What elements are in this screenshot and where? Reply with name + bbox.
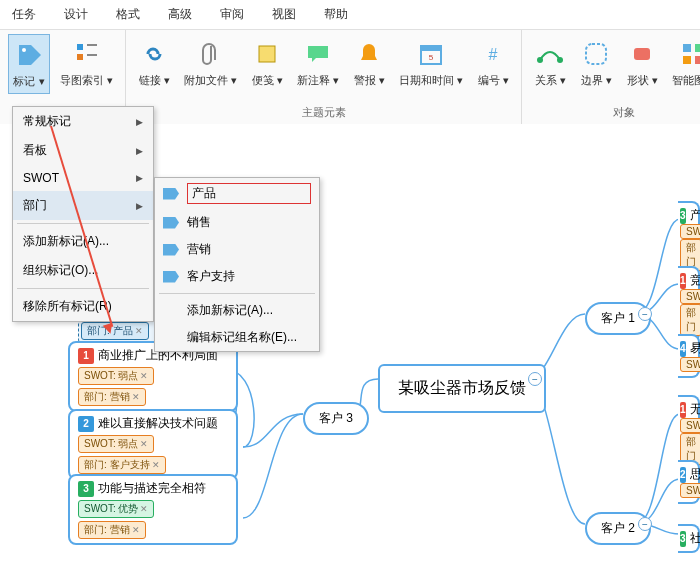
bell-icon (353, 38, 385, 70)
svg-rect-5 (259, 46, 275, 62)
shape-icon (626, 38, 658, 70)
ribbon-group-label: 对象 (530, 103, 700, 122)
dropdown-item[interactable]: 部门▶ (13, 191, 153, 220)
dropdown-remove-all[interactable]: 移除所有标记(R) (13, 292, 153, 321)
submenu-item[interactable]: 产品 (155, 178, 319, 209)
chevron-right-icon: ▶ (136, 146, 143, 156)
tag-icon (13, 39, 45, 71)
svg-rect-7 (421, 46, 441, 51)
dept-submenu: 产品销售营销客户支持添加新标记(A)...编辑标记组名称(E)... (154, 177, 320, 352)
comment-icon (302, 38, 334, 70)
node-3[interactable]: 3功能与描述完全相符 SWOT: 优势✕ 部门: 营销✕ (68, 474, 238, 545)
menu-视图[interactable]: 视图 (272, 6, 296, 23)
svg-rect-3 (77, 54, 83, 60)
menu-高级[interactable]: 高级 (168, 6, 192, 23)
svg-rect-17 (695, 56, 700, 64)
svg-rect-15 (695, 44, 700, 52)
ribbon-comment-button[interactable]: 新注释 ▾ (293, 34, 343, 92)
svg-rect-1 (77, 44, 83, 50)
partial-node[interactable]: 2思SWOT (678, 460, 700, 504)
main-topic[interactable]: 某吸尘器市场反馈 (378, 364, 546, 413)
menu-任务[interactable]: 任务 (12, 6, 36, 23)
svg-point-11 (557, 57, 563, 63)
svg-rect-16 (683, 56, 691, 64)
rel-icon (534, 38, 566, 70)
ribbon-bell-button[interactable]: 警报 ▾ (349, 34, 389, 92)
dropdown-item[interactable]: 组织标记(O)... (13, 256, 153, 285)
svg-text:#: # (489, 46, 498, 63)
attach-icon (195, 38, 227, 70)
ribbon-shape-button[interactable]: 形状 ▾ (622, 34, 662, 92)
ribbon-smart-button[interactable]: 智能图 ▾ (668, 34, 700, 92)
ribbon-date-button[interactable]: 5日期和时间 ▾ (395, 34, 467, 92)
ribbon-group-3: 关系 ▾边界 ▾形状 ▾智能图 ▾ 对象 (522, 30, 700, 124)
svg-point-0 (22, 48, 26, 52)
partial-node[interactable]: 4易SWOT (678, 334, 700, 378)
svg-rect-13 (634, 48, 650, 60)
number-icon: # (477, 38, 509, 70)
date-icon: 5 (415, 38, 447, 70)
tag-icon (163, 244, 179, 256)
tag-icon (163, 271, 179, 283)
menubar: 任务设计格式高级审阅视图帮助 (0, 0, 700, 30)
ribbon-group-label: 主题元素 (134, 103, 513, 122)
tag-icon (163, 217, 179, 229)
note-icon (251, 38, 283, 70)
menu-帮助[interactable]: 帮助 (324, 6, 348, 23)
dropdown-item[interactable]: 常规标记▶ (13, 107, 153, 136)
menu-格式[interactable]: 格式 (116, 6, 140, 23)
ribbon-index-button[interactable]: 导图索引 ▾ (56, 34, 117, 92)
ribbon-tag-button[interactable]: 标记 ▾ (8, 34, 50, 94)
ribbon-bound-button[interactable]: 边界 ▾ (576, 34, 616, 92)
ribbon-number-button[interactable]: #编号 ▾ (473, 34, 513, 92)
dropdown-item[interactable]: SWOT▶ (13, 165, 153, 191)
chevron-right-icon: ▶ (136, 201, 143, 211)
node-2[interactable]: 2难以直接解决技术问题 SWOT: 弱点✕ 部门: 客户支持✕ (68, 409, 238, 480)
svg-rect-4 (87, 54, 97, 56)
partial-node[interactable]: 3社 (678, 524, 700, 553)
index-icon (71, 38, 103, 70)
marker-dropdown: 常规标记▶看板▶SWOT▶部门▶添加新标记(A)...组织标记(O)...移除所… (12, 106, 154, 322)
partial-node[interactable]: 1竞SWOT部门 (678, 266, 700, 342)
menu-设计[interactable]: 设计 (64, 6, 88, 23)
submenu-item[interactable]: 添加新标记(A)... (155, 297, 319, 324)
svg-rect-2 (87, 44, 97, 46)
collapse-toggle[interactable]: − (528, 372, 542, 386)
collapse-toggle[interactable]: − (638, 307, 652, 321)
tag-icon (163, 188, 179, 200)
bound-icon (580, 38, 612, 70)
ribbon-rel-button[interactable]: 关系 ▾ (530, 34, 570, 92)
link-icon (138, 38, 170, 70)
chevron-right-icon: ▶ (136, 117, 143, 127)
ribbon-group-2: 链接 ▾附加文件 ▾便笺 ▾新注释 ▾警报 ▾5日期和时间 ▾#编号 ▾ 主题元… (126, 30, 522, 124)
submenu-item[interactable]: 编辑标记组名称(E)... (155, 324, 319, 351)
svg-rect-12 (586, 44, 606, 64)
node-customer-3[interactable]: 客户 3 (303, 402, 369, 435)
ribbon-link-button[interactable]: 链接 ▾ (134, 34, 174, 92)
svg-point-10 (537, 57, 543, 63)
submenu-item[interactable]: 销售 (155, 209, 319, 236)
submenu-item[interactable]: 营销 (155, 236, 319, 263)
svg-text:5: 5 (429, 53, 434, 62)
smart-icon (677, 38, 700, 70)
dropdown-item[interactable]: 看板▶ (13, 136, 153, 165)
menu-审阅[interactable]: 审阅 (220, 6, 244, 23)
svg-rect-14 (683, 44, 691, 52)
ribbon-note-button[interactable]: 便笺 ▾ (247, 34, 287, 92)
submenu-item[interactable]: 客户支持 (155, 263, 319, 290)
chevron-right-icon: ▶ (136, 173, 143, 183)
ribbon-attach-button[interactable]: 附加文件 ▾ (180, 34, 241, 92)
collapse-toggle[interactable]: − (638, 517, 652, 531)
